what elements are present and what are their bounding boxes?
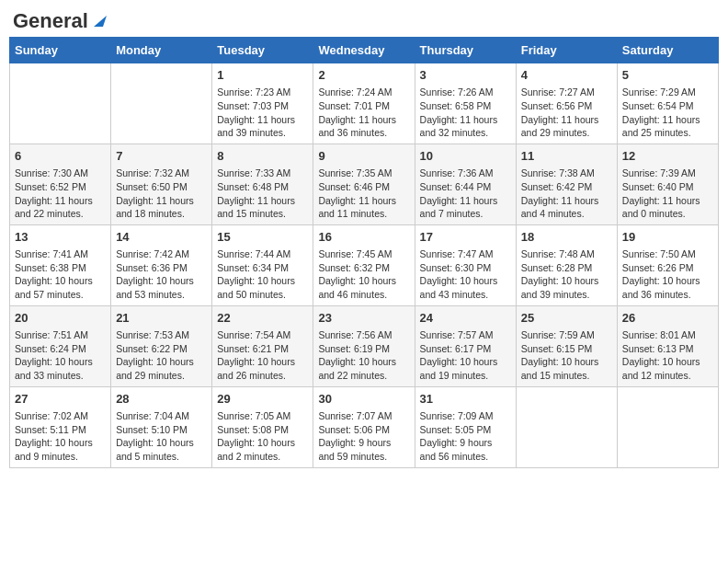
day-number: 8	[217, 148, 308, 165]
calendar-cell: 11Sunrise: 7:38 AM Sunset: 6:42 PM Dayli…	[516, 144, 617, 224]
calendar-cell: 30Sunrise: 7:07 AM Sunset: 5:06 PM Dayli…	[313, 386, 415, 467]
day-info: Sunrise: 7:04 AM Sunset: 5:10 PM Dayligh…	[116, 409, 207, 464]
calendar-cell: 28Sunrise: 7:04 AM Sunset: 5:10 PM Dayli…	[111, 386, 212, 467]
day-number: 22	[217, 310, 308, 327]
calendar-cell: 24Sunrise: 7:57 AM Sunset: 6:17 PM Dayli…	[415, 305, 516, 386]
day-number: 20	[15, 310, 106, 327]
day-number: 18	[521, 229, 612, 246]
day-info: Sunrise: 7:44 AM Sunset: 6:34 PM Dayligh…	[217, 247, 308, 302]
calendar-cell: 22Sunrise: 7:54 AM Sunset: 6:21 PM Dayli…	[212, 305, 313, 386]
day-number: 5	[622, 67, 713, 84]
calendar-cell: 21Sunrise: 7:53 AM Sunset: 6:22 PM Dayli…	[111, 305, 212, 386]
day-number: 2	[318, 67, 409, 84]
calendar-cell: 19Sunrise: 7:50 AM Sunset: 6:26 PM Dayli…	[617, 224, 718, 305]
calendar-cell: 17Sunrise: 7:47 AM Sunset: 6:30 PM Dayli…	[415, 224, 516, 305]
svg-marker-0	[94, 16, 107, 27]
day-header-wednesday: Wednesday	[313, 38, 415, 63]
page-header: General	[9, 9, 719, 29]
week-row-1: 1Sunrise: 7:23 AM Sunset: 7:03 PM Daylig…	[10, 63, 719, 144]
day-info: Sunrise: 7:47 AM Sunset: 6:30 PM Dayligh…	[420, 247, 511, 302]
day-number: 23	[318, 310, 409, 327]
day-header-thursday: Thursday	[415, 38, 516, 63]
day-number: 26	[622, 310, 713, 327]
calendar-cell: 26Sunrise: 8:01 AM Sunset: 6:13 PM Dayli…	[617, 305, 718, 386]
calendar-cell: 4Sunrise: 7:27 AM Sunset: 6:56 PM Daylig…	[516, 63, 617, 144]
calendar-cell: 14Sunrise: 7:42 AM Sunset: 6:36 PM Dayli…	[111, 224, 212, 305]
week-row-2: 6Sunrise: 7:30 AM Sunset: 6:52 PM Daylig…	[10, 144, 719, 224]
day-number: 9	[318, 148, 409, 165]
week-row-4: 20Sunrise: 7:51 AM Sunset: 6:24 PM Dayli…	[10, 305, 719, 386]
day-header-saturday: Saturday	[617, 38, 718, 63]
day-number: 28	[116, 391, 207, 408]
day-number: 3	[420, 67, 511, 84]
day-info: Sunrise: 7:38 AM Sunset: 6:42 PM Dayligh…	[521, 167, 612, 221]
calendar-cell: 31Sunrise: 7:09 AM Sunset: 5:05 PM Dayli…	[415, 386, 516, 467]
week-row-3: 13Sunrise: 7:41 AM Sunset: 6:38 PM Dayli…	[10, 224, 719, 305]
calendar-cell: 25Sunrise: 7:59 AM Sunset: 6:15 PM Dayli…	[516, 305, 617, 386]
calendar-cell: 6Sunrise: 7:30 AM Sunset: 6:52 PM Daylig…	[10, 144, 111, 224]
day-info: Sunrise: 7:32 AM Sunset: 6:50 PM Dayligh…	[116, 167, 207, 221]
day-info: Sunrise: 7:35 AM Sunset: 6:46 PM Dayligh…	[318, 167, 409, 221]
day-number: 25	[521, 310, 612, 327]
day-number: 1	[217, 67, 308, 84]
calendar-cell: 7Sunrise: 7:32 AM Sunset: 6:50 PM Daylig…	[111, 144, 212, 224]
logo-triangle-icon	[90, 12, 107, 29]
day-number: 31	[420, 391, 511, 408]
day-info: Sunrise: 7:33 AM Sunset: 6:48 PM Dayligh…	[217, 167, 308, 221]
calendar-cell: 16Sunrise: 7:45 AM Sunset: 6:32 PM Dayli…	[313, 224, 415, 305]
day-info: Sunrise: 7:42 AM Sunset: 6:36 PM Dayligh…	[116, 247, 207, 302]
calendar-cell: 29Sunrise: 7:05 AM Sunset: 5:08 PM Dayli…	[212, 386, 313, 467]
day-number: 15	[217, 229, 308, 246]
day-info: Sunrise: 7:07 AM Sunset: 5:06 PM Dayligh…	[318, 409, 409, 464]
day-number: 14	[116, 229, 207, 246]
day-header-sunday: Sunday	[10, 38, 111, 63]
day-info: Sunrise: 7:09 AM Sunset: 5:05 PM Dayligh…	[420, 409, 511, 464]
day-info: Sunrise: 7:36 AM Sunset: 6:44 PM Dayligh…	[420, 167, 511, 221]
day-info: Sunrise: 7:27 AM Sunset: 6:56 PM Dayligh…	[521, 86, 612, 140]
day-number: 10	[420, 148, 511, 165]
day-number: 27	[15, 391, 106, 408]
day-info: Sunrise: 7:05 AM Sunset: 5:08 PM Dayligh…	[217, 409, 308, 464]
day-header-monday: Monday	[111, 38, 212, 63]
day-info: Sunrise: 7:51 AM Sunset: 6:24 PM Dayligh…	[15, 328, 106, 383]
day-number: 13	[15, 229, 106, 246]
day-number: 21	[116, 310, 207, 327]
day-info: Sunrise: 7:48 AM Sunset: 6:28 PM Dayligh…	[521, 247, 612, 302]
day-info: Sunrise: 7:41 AM Sunset: 6:38 PM Dayligh…	[15, 247, 106, 302]
calendar-cell: 12Sunrise: 7:39 AM Sunset: 6:40 PM Dayli…	[617, 144, 718, 224]
calendar-cell	[516, 386, 617, 467]
day-number: 11	[521, 148, 612, 165]
day-info: Sunrise: 7:30 AM Sunset: 6:52 PM Dayligh…	[15, 167, 106, 221]
day-info: Sunrise: 7:39 AM Sunset: 6:40 PM Dayligh…	[622, 167, 713, 221]
calendar-cell: 5Sunrise: 7:29 AM Sunset: 6:54 PM Daylig…	[617, 63, 718, 144]
day-info: Sunrise: 7:57 AM Sunset: 6:17 PM Dayligh…	[420, 328, 511, 383]
day-info: Sunrise: 7:24 AM Sunset: 7:01 PM Dayligh…	[318, 86, 409, 140]
day-number: 30	[318, 391, 409, 408]
day-number: 12	[622, 148, 713, 165]
calendar-cell: 10Sunrise: 7:36 AM Sunset: 6:44 PM Dayli…	[415, 144, 516, 224]
day-number: 6	[15, 148, 106, 165]
calendar-cell: 3Sunrise: 7:26 AM Sunset: 6:58 PM Daylig…	[415, 63, 516, 144]
calendar-cell: 8Sunrise: 7:33 AM Sunset: 6:48 PM Daylig…	[212, 144, 313, 224]
day-header-tuesday: Tuesday	[212, 38, 313, 63]
calendar-cell: 20Sunrise: 7:51 AM Sunset: 6:24 PM Dayli…	[10, 305, 111, 386]
day-number: 4	[521, 67, 612, 84]
calendar-cell: 1Sunrise: 7:23 AM Sunset: 7:03 PM Daylig…	[212, 63, 313, 144]
calendar-cell: 9Sunrise: 7:35 AM Sunset: 6:46 PM Daylig…	[313, 144, 415, 224]
calendar-cell: 18Sunrise: 7:48 AM Sunset: 6:28 PM Dayli…	[516, 224, 617, 305]
day-number: 24	[420, 310, 511, 327]
day-info: Sunrise: 7:54 AM Sunset: 6:21 PM Dayligh…	[217, 328, 308, 383]
day-info: Sunrise: 7:59 AM Sunset: 6:15 PM Dayligh…	[521, 328, 612, 383]
header-row: SundayMondayTuesdayWednesdayThursdayFrid…	[10, 38, 719, 63]
day-info: Sunrise: 8:01 AM Sunset: 6:13 PM Dayligh…	[622, 328, 713, 383]
calendar-cell: 15Sunrise: 7:44 AM Sunset: 6:34 PM Dayli…	[212, 224, 313, 305]
day-info: Sunrise: 7:53 AM Sunset: 6:22 PM Dayligh…	[116, 328, 207, 383]
day-number: 16	[318, 229, 409, 246]
day-number: 29	[217, 391, 308, 408]
day-info: Sunrise: 7:23 AM Sunset: 7:03 PM Dayligh…	[217, 86, 308, 140]
day-number: 19	[622, 229, 713, 246]
day-number: 7	[116, 148, 207, 165]
calendar-cell: 23Sunrise: 7:56 AM Sunset: 6:19 PM Dayli…	[313, 305, 415, 386]
day-info: Sunrise: 7:56 AM Sunset: 6:19 PM Dayligh…	[318, 328, 409, 383]
calendar-table: SundayMondayTuesdayWednesdayThursdayFrid…	[9, 37, 719, 468]
